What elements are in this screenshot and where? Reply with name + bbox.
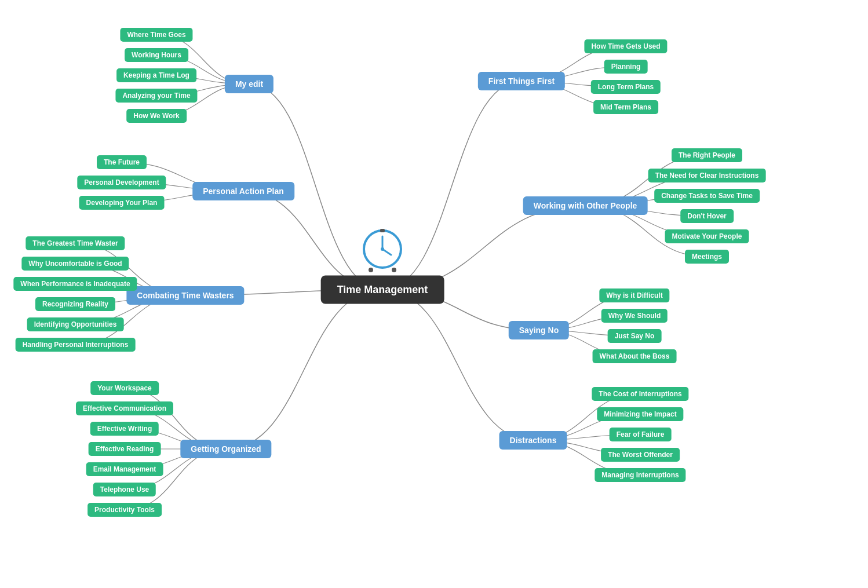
leaf-node-combating-time-wasters-0[interactable]: The Greatest Time Waster <box>25 236 125 250</box>
leaf-node-first-things-first-2[interactable]: Long Term Plans <box>591 80 661 94</box>
svg-point-5 <box>392 268 396 272</box>
leaf-node-my-edit-3[interactable]: Analyzing your Time <box>115 89 197 103</box>
leaf-node-distractions-3[interactable]: The Worst Offender <box>601 448 680 462</box>
leaf-node-getting-organized-0[interactable]: Your Workspace <box>90 381 159 395</box>
leaf-node-saying-no-1[interactable]: Why We Should <box>601 309 668 323</box>
leaf-node-getting-organized-5[interactable]: Telephone Use <box>93 483 156 496</box>
leaf-node-getting-organized-1[interactable]: Effective Communication <box>76 401 173 415</box>
leaf-node-working-with-other-people-0[interactable]: The Right People <box>672 148 742 162</box>
leaf-node-combating-time-wasters-1[interactable]: Why Uncomfortable is Good <box>21 257 129 271</box>
branch-node-combating-time-wasters[interactable]: Combating Time Wasters <box>126 286 244 305</box>
leaf-node-getting-organized-2[interactable]: Effective Writing <box>90 422 159 436</box>
svg-point-4 <box>369 268 373 272</box>
center-node[interactable]: Time Management <box>321 276 444 304</box>
leaf-node-distractions-1[interactable]: Minimizing the Impact <box>597 407 683 421</box>
leaf-node-first-things-first-1[interactable]: Planning <box>604 60 648 74</box>
leaf-node-saying-no-3[interactable]: What About the Boss <box>593 349 677 363</box>
leaf-node-saying-no-0[interactable]: Why is it Difficult <box>599 288 669 302</box>
leaf-node-combating-time-wasters-2[interactable]: When Performance is Inadequate <box>13 277 137 291</box>
leaf-node-distractions-4[interactable]: Managing Interruptions <box>595 468 685 482</box>
leaf-node-my-edit-1[interactable]: Working Hours <box>125 48 188 62</box>
leaf-node-personal-action-plan-0[interactable]: The Future <box>97 155 147 169</box>
svg-rect-6 <box>380 229 385 232</box>
leaf-node-my-edit-0[interactable]: Where Time Goes <box>120 28 192 42</box>
leaf-node-getting-organized-4[interactable]: Email Management <box>86 462 163 476</box>
leaf-node-first-things-first-0[interactable]: How Time Gets Used <box>584 39 667 53</box>
clock-icon <box>359 226 406 272</box>
leaf-node-personal-action-plan-1[interactable]: Personal Development <box>77 176 166 189</box>
leaf-node-first-things-first-3[interactable]: Mid Term Plans <box>593 100 658 114</box>
leaf-node-combating-time-wasters-4[interactable]: Identifying Opportunities <box>27 317 124 331</box>
leaf-node-distractions-2[interactable]: Fear of Failure <box>610 428 672 441</box>
leaf-node-getting-organized-3[interactable]: Effective Reading <box>89 442 161 456</box>
leaf-node-working-with-other-people-3[interactable]: Don't Hover <box>680 209 734 223</box>
branch-node-my-edit[interactable]: My edit <box>225 75 273 93</box>
leaf-node-combating-time-wasters-5[interactable]: Handling Personal Interruptions <box>16 338 136 352</box>
leaf-node-my-edit-2[interactable]: Keeping a Time Log <box>116 68 196 82</box>
leaf-node-working-with-other-people-4[interactable]: Motivate Your People <box>665 229 749 243</box>
branch-node-distractions[interactable]: Distractions <box>499 431 567 450</box>
branch-node-working-with-other-people[interactable]: Working with Other People <box>523 196 648 215</box>
leaf-node-getting-organized-6[interactable]: Productivity Tools <box>87 503 162 517</box>
branch-node-getting-organized[interactable]: Getting Organized <box>180 440 271 458</box>
mindmap-container: Time Management My editWhere Time GoesWo… <box>0 0 868 588</box>
center-label: Time Management <box>337 284 428 295</box>
leaf-node-distractions-0[interactable]: The Cost of Interruptions <box>592 387 688 401</box>
branch-node-personal-action-plan[interactable]: Personal Action Plan <box>192 182 294 200</box>
leaf-node-personal-action-plan-2[interactable]: Developing Your Plan <box>79 196 165 210</box>
branch-node-first-things-first[interactable]: First Things First <box>478 72 565 90</box>
leaf-node-working-with-other-people-2[interactable]: Change Tasks to Save Time <box>654 189 760 203</box>
leaf-node-combating-time-wasters-3[interactable]: Recognizing Reality <box>35 297 115 311</box>
leaf-node-saying-no-2[interactable]: Just Say No <box>608 329 662 343</box>
leaf-node-working-with-other-people-5[interactable]: Meetings <box>685 250 729 264</box>
leaf-node-my-edit-4[interactable]: How We Work <box>126 109 187 123</box>
leaf-node-working-with-other-people-1[interactable]: The Need for Clear Instructions <box>648 169 766 182</box>
branch-node-saying-no[interactable]: Saying No <box>509 321 569 339</box>
